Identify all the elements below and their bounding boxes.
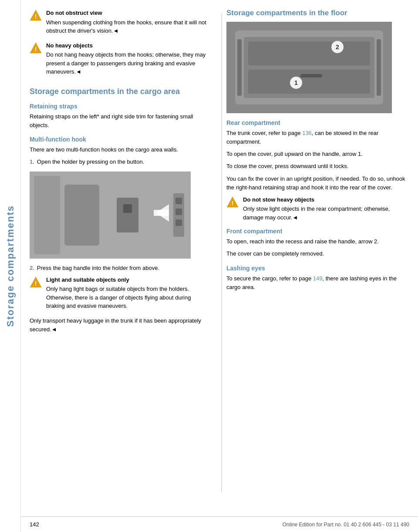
svg-text:1: 1 (294, 79, 298, 86)
svg-rect-15 (175, 219, 182, 226)
warning-text-1: Do not obstruct view When suspending clo… (46, 9, 211, 35)
sidebar-label: Storage compartments (5, 205, 16, 327)
warning-block-rear: ! Do not stow heavy objects Only stow li… (226, 195, 409, 222)
rear-body-2: To open the cover, pull upward on the ha… (226, 150, 409, 158)
rear-heading: Rear compartment (226, 119, 409, 126)
footer-right-text: Online Edition for Part no. 01 40 2 606 … (282, 522, 409, 528)
footer: 142 Online Edition for Part no. 01 40 2 … (21, 516, 418, 532)
warning-text-rear: Do not stow heavy objects Only stow ligh… (243, 195, 409, 222)
svg-rect-11 (154, 210, 169, 216)
svg-rect-27 (300, 74, 322, 77)
step-1-num: 1. (30, 158, 34, 166)
svg-rect-22 (248, 70, 370, 94)
svg-rect-28 (237, 39, 242, 96)
rear-body-1: The trunk cover, refer to page 136, can … (226, 129, 409, 146)
svg-text:!: ! (35, 13, 37, 20)
warning-icon-2: ! (30, 42, 42, 54)
step-2: 2. Press the bag handle into the holder … (30, 264, 211, 273)
warning-block-1: ! Do not obstruct view When suspending c… (30, 9, 211, 35)
svg-rect-21 (248, 41, 370, 65)
right-column: Storage compartments in the floor 1 (222, 9, 418, 516)
svg-text:2: 2 (336, 44, 339, 51)
lashing-link[interactable]: 149 (313, 275, 323, 282)
step-1: 1. Open the holder by pressing on the bu… (30, 158, 211, 166)
step-2-text: Press the bag handle into the holder fro… (37, 264, 159, 273)
rear-link[interactable]: 136 (302, 130, 312, 136)
main-content: ! Do not obstruct view When suspending c… (21, 0, 418, 532)
multifunction-body: There are two multi-function hooks on th… (30, 145, 211, 154)
warning-text-3: Light and suitable objects only Only han… (46, 276, 211, 310)
lashing-heading: Lashing eyes (226, 265, 409, 272)
warning-icon-rear: ! (226, 196, 239, 208)
footer-note: Only transport heavy luggage in the trun… (30, 317, 211, 334)
floor-image: 1 2 (226, 22, 392, 113)
multifunction-heading: Multi-function hook (30, 136, 211, 143)
section1-heading: Storage compartments in the cargo area (30, 87, 211, 97)
warning-icon-3: ! (30, 276, 42, 288)
warning-block-2: ! No heavy objects Do not hang heavy obj… (30, 41, 211, 76)
svg-rect-13 (175, 198, 182, 204)
front-body-1: To open, reach into the recess and raise… (226, 237, 409, 246)
svg-text:!: ! (35, 46, 37, 53)
warning-icon-1: ! (30, 9, 42, 21)
retaining-heading: Retaining straps (30, 103, 211, 110)
svg-rect-6 (34, 176, 60, 254)
rear-body-4: You can fix the cover in an upright posi… (226, 175, 409, 192)
front-body-2: The cover can be completely removed. (226, 249, 409, 258)
warning-text-2: No heavy objects Do not hang heavy objec… (46, 41, 211, 76)
rear-body-3: To close the cover, press downward until… (226, 162, 409, 171)
lashing-body: To secure the cargo, refer to page 149, … (226, 274, 409, 292)
svg-rect-29 (377, 39, 381, 96)
cargo-image (30, 172, 191, 259)
page-number: 142 (30, 521, 39, 528)
retaining-body: Retaining straps on the left* and right … (30, 112, 211, 130)
warning-block-3: ! Light and suitable objects only Only h… (30, 276, 211, 310)
svg-text:!: ! (35, 280, 37, 287)
sidebar: Storage compartments (0, 0, 21, 532)
svg-text:!: ! (232, 200, 234, 207)
svg-rect-9 (123, 204, 132, 213)
front-heading: Front compartment (226, 228, 409, 235)
svg-rect-7 (64, 185, 99, 246)
floor-heading: Storage compartments in the floor (226, 9, 409, 17)
left-column: ! Do not obstruct view When suspending c… (21, 9, 221, 516)
svg-rect-14 (175, 209, 182, 215)
svg-rect-8 (117, 198, 138, 232)
step-1-text: Open the holder by pressing on the butto… (37, 158, 144, 166)
step-2-num: 2. (30, 264, 34, 273)
